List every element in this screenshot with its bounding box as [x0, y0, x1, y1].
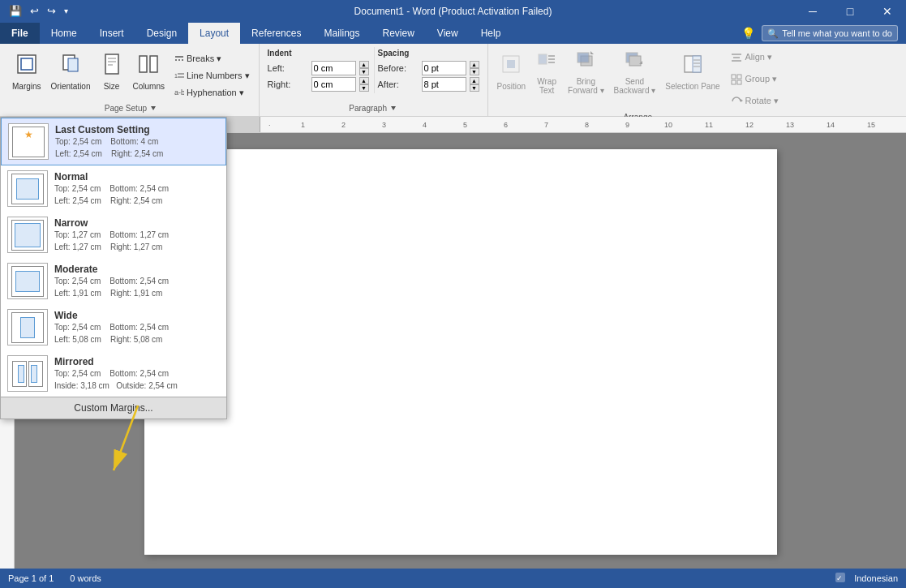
margin-name-moderate: Moderate — [54, 264, 220, 275]
bring-forward-label: BringForward ▾ — [568, 77, 603, 95]
indent-right-input[interactable] — [311, 77, 356, 92]
wrap-text-btn[interactable]: WrapText — [531, 47, 562, 96]
hyphenation-btn[interactable]: a-b Hyphenation ▾ — [170, 84, 254, 101]
margin-info-narrow: Narrow Top: 1,27 cm Bottom: 1,27 cm Left… — [54, 217, 220, 253]
margin-name-mirrored: Mirrored — [54, 356, 220, 367]
search-box[interactable]: 🔍 Tell me what you want to do — [762, 25, 898, 41]
margin-preview-wide-icon — [11, 312, 44, 343]
margin-preview-mirrored-right — [28, 361, 43, 387]
size-label: Size — [104, 82, 119, 91]
undo-btn[interactable]: ↩ — [28, 3, 41, 19]
spacing-before-input[interactable] — [422, 61, 466, 75]
svg-marker-42 — [741, 99, 743, 102]
tab-home[interactable]: Home — [40, 23, 88, 44]
customize-quick-access-btn[interactable]: ▾ — [62, 5, 71, 17]
svg-rect-40 — [732, 80, 736, 84]
margin-preview-narrow — [7, 217, 48, 253]
tab-insert[interactable]: Insert — [88, 23, 135, 44]
spacing-after-up[interactable]: ▲ — [470, 77, 479, 84]
window-title: Document1 - Word (Product Activation Fai… — [354, 6, 552, 17]
margin-option-narrow[interactable]: Narrow Top: 1,27 cm Bottom: 1,27 cm Left… — [1, 212, 226, 258]
line-numbers-btn[interactable]: 1 Line Numbers ▾ — [170, 67, 254, 84]
svg-text:✓: ✓ — [836, 574, 843, 582]
indent-left-input[interactable] — [311, 61, 356, 75]
margins-btn[interactable]: Margins — [8, 47, 45, 96]
maximize-btn[interactable]: □ — [831, 0, 869, 23]
margin-option-last-custom[interactable]: ★ Last Custom Setting Top: 2,54 cm Botto… — [1, 118, 226, 165]
bring-forward-btn[interactable]: BringForward ▾ — [564, 47, 608, 96]
spacing-after-input[interactable] — [422, 77, 466, 92]
spacing-before-up[interactable]: ▲ — [470, 61, 479, 68]
paragraph-controls: Indent Left: ▲ ▼ Right: ▲ ▼ — [264, 47, 483, 102]
breaks-btn[interactable]: Breaks ▾ — [170, 50, 254, 67]
indent-right-down[interactable]: ▼ — [359, 84, 369, 92]
margin-info-moderate: Moderate Top: 2,54 cm Bottom: 2,54 cm Le… — [54, 264, 220, 299]
spacing-after-down[interactable]: ▼ — [470, 84, 479, 92]
margins-label: Margins — [12, 82, 41, 91]
position-label: Position — [497, 82, 526, 91]
search-icon: 🔍 — [767, 28, 779, 39]
spacing-before-down[interactable]: ▼ — [470, 68, 479, 75]
position-icon — [500, 53, 522, 80]
indent-right-up[interactable]: ▲ — [359, 77, 369, 84]
indent-left-label: Left: — [268, 63, 308, 73]
paragraph-group-label: Paragraph — [349, 102, 397, 113]
tab-help[interactable]: Help — [470, 23, 513, 44]
page-setup-buttons: Margins Orientation — [8, 47, 254, 102]
minimize-btn[interactable]: ─ — [794, 0, 831, 23]
tab-layout[interactable]: Layout — [188, 23, 240, 44]
ribbon-content: Margins Orientation — [0, 44, 906, 117]
svg-rect-20 — [539, 54, 547, 64]
close-btn[interactable]: ✕ — [869, 0, 906, 23]
margin-preview-last-custom: ★ — [8, 123, 49, 160]
position-btn[interactable]: Position — [493, 47, 530, 96]
svg-rect-41 — [737, 80, 741, 84]
tab-mailings[interactable]: Mailings — [312, 23, 371, 44]
bring-forward-icon — [574, 48, 597, 75]
tab-review[interactable]: Review — [371, 23, 425, 44]
svg-rect-3 — [68, 58, 78, 71]
status-bar-right: ✓ Indonesian — [835, 572, 898, 585]
redo-btn[interactable]: ↪ — [45, 3, 58, 19]
indent-left-up[interactable]: ▲ — [359, 61, 369, 68]
tab-design[interactable]: Design — [135, 23, 188, 44]
wrap-text-label: WrapText — [537, 77, 556, 95]
spacing-after-row: After: ▲ ▼ — [378, 77, 479, 92]
spacing-after-spinner[interactable]: ▲ ▼ — [470, 77, 479, 92]
svg-rect-31 — [693, 56, 701, 72]
spacing-before-row: Before: ▲ ▼ — [378, 61, 479, 75]
save-btn[interactable]: 💾 — [6, 3, 24, 19]
group-btn[interactable]: Group ▾ — [726, 69, 783, 89]
tab-view[interactable]: View — [426, 23, 470, 44]
spacing-before-spinner[interactable]: ▲ ▼ — [470, 61, 479, 75]
selection-pane-btn[interactable]: Selection Pane — [661, 47, 724, 96]
margin-option-moderate[interactable]: Moderate Top: 2,54 cm Bottom: 2,54 cm Le… — [1, 258, 226, 304]
tab-references[interactable]: References — [240, 23, 312, 44]
indent-left-row: Left: ▲ ▼ — [268, 61, 369, 75]
margin-option-wide[interactable]: Wide Top: 2,54 cm Bottom: 2,54 cm Left: … — [1, 304, 226, 350]
language[interactable]: Indonesian — [854, 573, 898, 583]
document-page[interactable] — [144, 149, 777, 555]
orientation-btn[interactable]: Orientation — [47, 47, 95, 96]
margin-preview-normal — [7, 170, 48, 207]
align-label: Align ▾ — [745, 52, 773, 62]
indent-right-spinner[interactable]: ▲ ▼ — [359, 77, 369, 92]
arrange-buttons: Position WrapText — [493, 47, 783, 111]
size-btn[interactable]: Size — [97, 47, 127, 96]
columns-btn[interactable]: Columns — [129, 47, 169, 96]
svg-rect-8 — [140, 56, 147, 72]
indent-left-spinner[interactable]: ▲ ▼ — [359, 61, 369, 75]
indent-left-down[interactable]: ▼ — [359, 68, 369, 75]
tab-file[interactable]: File — [0, 23, 40, 44]
size-icon — [101, 53, 123, 80]
margin-option-normal[interactable]: Normal Top: 2,54 cm Bottom: 2,54 cm Left… — [1, 165, 226, 212]
wrap-text-icon — [535, 48, 558, 75]
margin-details-wide: Top: 2,54 cm Bottom: 2,54 cm Left: 5,08 … — [54, 321, 220, 346]
align-btn[interactable]: Align ▾ — [726, 47, 783, 67]
margin-option-mirrored[interactable]: Mirrored Top: 2,54 cm Bottom: 2,54 cm In… — [1, 350, 226, 397]
rotate-btn[interactable]: Rotate ▾ — [726, 91, 783, 111]
send-backward-btn[interactable]: SendBackward ▾ — [610, 47, 660, 96]
svg-marker-16 — [151, 106, 156, 110]
svg-rect-39 — [737, 75, 741, 79]
custom-margins-btn[interactable]: Custom Margins... — [1, 397, 226, 418]
